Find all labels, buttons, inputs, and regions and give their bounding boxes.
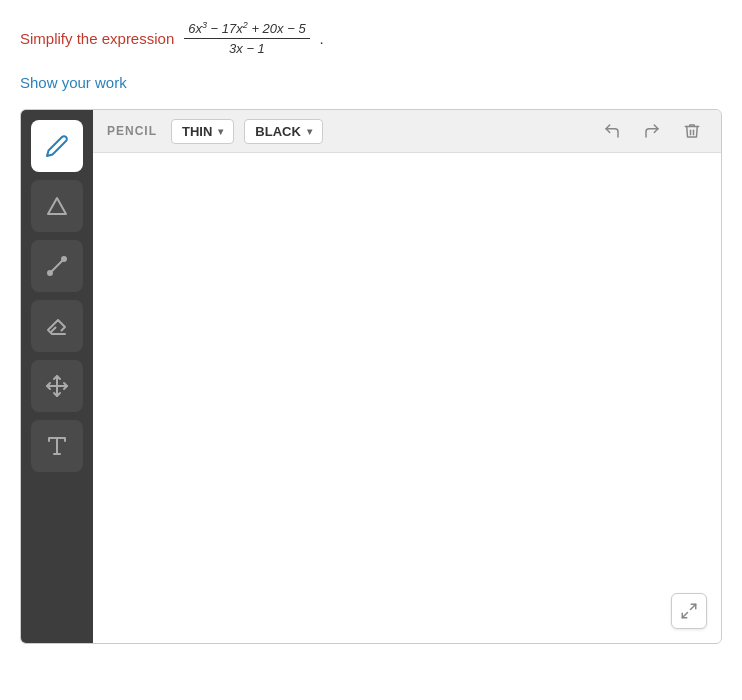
pencil-label: PENCIL [107, 124, 157, 138]
svg-marker-0 [48, 198, 66, 214]
undo-icon [603, 122, 621, 140]
pencil-icon [45, 134, 69, 158]
expand-button[interactable] [671, 593, 707, 629]
delete-button[interactable] [677, 118, 707, 144]
main-area: PENCIL THIN ▾ BLACK ▾ [93, 110, 721, 643]
undo-button[interactable] [597, 118, 627, 144]
fraction-numerator: 6x3 − 17x2 + 20x − 5 [184, 20, 309, 39]
redo-icon [643, 122, 661, 140]
svg-line-8 [691, 605, 696, 610]
move-tool-button[interactable] [31, 360, 83, 412]
black-label: BLACK [255, 124, 301, 139]
black-dropdown[interactable]: BLACK ▾ [244, 119, 323, 144]
question-area: Simplify the expression 6x3 − 17x2 + 20x… [20, 20, 722, 56]
svg-point-2 [48, 271, 52, 275]
show-work-link[interactable]: Show your work [20, 74, 127, 91]
shape-tool-button[interactable] [31, 180, 83, 232]
thin-dropdown[interactable]: THIN ▾ [171, 119, 234, 144]
text-icon [45, 434, 69, 458]
svg-point-3 [62, 257, 66, 261]
svg-line-9 [682, 613, 687, 618]
fraction: 6x3 − 17x2 + 20x − 5 3x − 1 [184, 20, 309, 56]
black-chevron-icon: ▾ [307, 126, 312, 137]
thin-label: THIN [182, 124, 212, 139]
fraction-denominator: 3x − 1 [225, 39, 269, 56]
toolbar-sidebar [21, 110, 93, 643]
redo-button[interactable] [637, 118, 667, 144]
shape-icon [45, 194, 69, 218]
eraser-tool-button[interactable] [31, 300, 83, 352]
top-toolbar: PENCIL THIN ▾ BLACK ▾ [93, 110, 721, 153]
move-icon [45, 374, 69, 398]
eraser-icon [45, 314, 69, 338]
simplify-text: Simplify the expression [20, 30, 174, 47]
text-tool-button[interactable] [31, 420, 83, 472]
expand-icon [680, 602, 698, 620]
canvas-area[interactable] [93, 153, 721, 643]
line-icon [45, 254, 69, 278]
thin-chevron-icon: ▾ [218, 126, 223, 137]
drawing-panel: PENCIL THIN ▾ BLACK ▾ [20, 109, 722, 644]
line-tool-button[interactable] [31, 240, 83, 292]
pencil-tool-button[interactable] [31, 120, 83, 172]
trash-icon [683, 122, 701, 140]
period: . [320, 30, 324, 47]
